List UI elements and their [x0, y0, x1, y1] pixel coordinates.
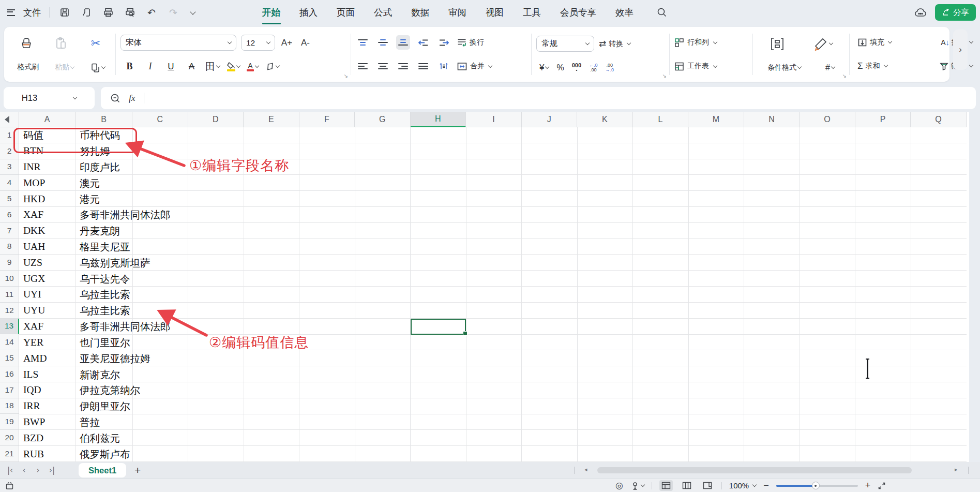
cell-code[interactable]: IQD	[23, 384, 41, 396]
eye-protection-button[interactable]	[630, 481, 644, 490]
decrease-indent-button[interactable]	[416, 35, 430, 50]
row-header[interactable]: 13	[0, 319, 19, 335]
hamburger-menu-icon[interactable]	[7, 9, 15, 16]
column-header[interactable]: I	[466, 112, 522, 127]
cell-code[interactable]: HKD	[23, 193, 45, 205]
share-button[interactable]: 分享	[935, 4, 976, 21]
styles-dialog-launcher[interactable]: ↘	[842, 73, 847, 79]
menu-tab[interactable]: 页面	[336, 4, 356, 21]
decrease-font-button[interactable]: A-	[298, 36, 312, 50]
horizontal-scrollbar-thumb[interactable]	[597, 467, 912, 473]
print-button[interactable]	[101, 5, 115, 20]
column-header[interactable]: O	[800, 112, 855, 127]
table-row[interactable]: RUB俄罗斯卢布	[19, 446, 967, 462]
column-header[interactable]: H	[411, 112, 466, 127]
number-dialog-launcher[interactable]: ↘	[662, 73, 667, 79]
table-row[interactable]: DKK丹麦克朗	[19, 223, 967, 239]
font-name-select[interactable]: 宋体	[120, 35, 236, 51]
conditional-format-button[interactable]: 条件格式	[767, 63, 801, 72]
row-header[interactable]: 18	[0, 398, 19, 414]
select-all-corner[interactable]	[0, 112, 19, 127]
cloud-sync-icon[interactable]	[914, 7, 927, 18]
zoom-out-button[interactable]: −	[763, 480, 769, 491]
cell-code[interactable]: YER	[23, 337, 43, 348]
zoom-in-button[interactable]: +	[865, 480, 871, 491]
copy-button[interactable]	[91, 63, 105, 72]
cell-currency-name[interactable]: 也门里亚尔	[80, 335, 130, 349]
table-row[interactable]: ILS新谢克尔	[19, 366, 967, 382]
column-header[interactable]: N	[744, 112, 800, 127]
row-header[interactable]: 4	[0, 175, 19, 191]
cell-code[interactable]: DKK	[23, 225, 45, 236]
cell-currency-name[interactable]: 普拉	[80, 415, 100, 429]
rows-columns-button[interactable]: 行和列	[674, 38, 717, 48]
column-header[interactable]: Q	[911, 112, 967, 127]
cell-currency-name[interactable]: 印度卢比	[80, 160, 120, 174]
menu-tab[interactable]: 开始	[261, 4, 281, 21]
cell-currency-name[interactable]: 伯利兹元	[80, 431, 120, 445]
cell-code[interactable]: INR	[23, 161, 41, 173]
fx-icon[interactable]: fx	[129, 93, 135, 103]
column-header[interactable]: A	[19, 112, 76, 127]
underline-button[interactable]: U	[164, 59, 178, 74]
cell-code[interactable]: UAH	[23, 241, 45, 252]
increase-decimal-button[interactable]: ←.0.00	[589, 63, 598, 72]
row-header[interactable]: 12	[0, 303, 19, 319]
column-header[interactable]: P	[855, 112, 911, 127]
first-sheet-button[interactable]: |‹	[3, 466, 17, 475]
cell-mode-icon[interactable]	[5, 481, 14, 490]
paste-label[interactable]: 粘贴	[55, 63, 69, 72]
merge-cells-button[interactable]: 合并	[457, 62, 492, 71]
fill-color-button[interactable]	[227, 62, 240, 71]
table-row[interactable]: MOP澳元	[19, 175, 967, 191]
cell-code[interactable]: UYI	[23, 289, 41, 300]
strikethrough-button[interactable]: A	[185, 59, 199, 74]
fill-button[interactable]: 填充	[857, 38, 892, 47]
selected-cell[interactable]	[411, 319, 466, 335]
row-header[interactable]: 16	[0, 366, 19, 382]
row-header[interactable]: 6	[0, 207, 19, 223]
menu-tab[interactable]: 工具	[522, 4, 542, 21]
table-row[interactable]: AMD亚美尼亚德拉姆	[19, 350, 967, 366]
formula-input[interactable]	[153, 87, 976, 109]
cell-code[interactable]: UGX	[23, 273, 45, 285]
cell-currency-name[interactable]: 伊拉克第纳尔	[80, 383, 140, 397]
cell-currency-name[interactable]: 亚美尼亚德拉姆	[80, 351, 150, 365]
cell-currency-name[interactable]: 乌干达先令	[80, 272, 130, 286]
cell-currency-name[interactable]: 俄罗斯卢布	[80, 447, 130, 461]
column-header[interactable]: F	[299, 112, 355, 127]
menu-tab[interactable]: 数据	[410, 4, 430, 21]
format-painter-button[interactable]	[20, 36, 34, 51]
table-row[interactable]: UGX乌干达先令	[19, 271, 967, 287]
table-row[interactable]: UZS乌兹别克斯坦萨	[19, 255, 967, 271]
number-format-select[interactable]: 常规	[536, 36, 594, 52]
save-button[interactable]	[58, 5, 71, 20]
table-row[interactable]: UYU乌拉圭比索	[19, 303, 967, 319]
zoom-level[interactable]: 100%	[729, 481, 749, 490]
cell-code[interactable]: XAF	[23, 209, 43, 220]
cell-code[interactable]: BTN	[23, 145, 43, 157]
row-header[interactable]: 14	[0, 334, 19, 350]
column-header[interactable]: E	[244, 112, 299, 127]
table-row[interactable]: BTN努扎姆	[19, 143, 967, 159]
cell-currency-name[interactable]: 乌兹别克斯坦萨	[80, 256, 150, 270]
bold-button[interactable]: B	[123, 59, 137, 74]
column-header[interactable]: C	[132, 112, 188, 127]
text-direction-button[interactable]	[436, 59, 450, 73]
row-header[interactable]: 17	[0, 382, 19, 398]
row-header[interactable]: 20	[0, 430, 19, 446]
column-header[interactable]: G	[355, 112, 411, 127]
cell-currency-name[interactable]: 努扎姆	[80, 144, 110, 158]
print-preview-button[interactable]	[123, 5, 137, 20]
worksheet-button[interactable]: 工作表	[674, 62, 717, 71]
row-header[interactable]: 19	[0, 414, 19, 430]
table-row[interactable]: BZD伯利兹元	[19, 430, 967, 446]
cut-button[interactable]: ✂	[89, 36, 103, 51]
prev-sheet-button[interactable]: ‹	[17, 466, 31, 475]
row-header[interactable]: 10	[0, 271, 19, 287]
file-menu[interactable]: 文件	[23, 7, 41, 19]
row-header[interactable]: 15	[0, 350, 19, 366]
chevron-down-icon[interactable]	[101, 65, 105, 69]
search-equals-icon[interactable]	[110, 93, 120, 103]
cell-code[interactable]: 码值	[23, 128, 43, 142]
